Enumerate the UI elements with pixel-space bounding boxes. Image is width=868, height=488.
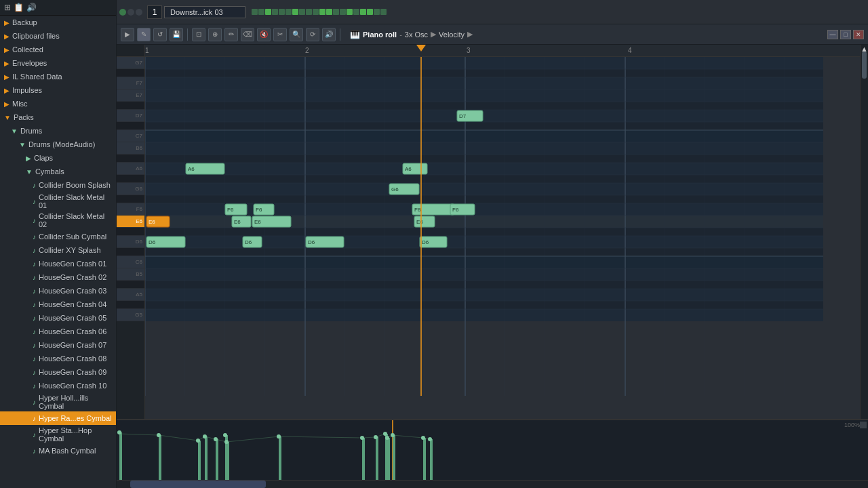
piano-key-b5[interactable]: B5	[117, 268, 144, 281]
piano-key-as5[interactable]	[117, 281, 144, 289]
horizontal-scrollbar[interactable]	[117, 480, 868, 488]
svg-point-110	[224, 440, 229, 444]
sidebar-item-misc[interactable]: ▶ Misc	[0, 97, 116, 110]
vertical-scrollbar[interactable]: ▲	[860, 45, 868, 419]
sidebar-item-hyper-ra[interactable]: ♪ Hyper Ra...es Cymbal	[0, 411, 116, 425]
piano-key-fs6[interactable]	[117, 195, 144, 203]
svg-rect-25	[145, 301, 823, 309]
sidebar-item-housegen2[interactable]: ♪ HouseGen Crash 02	[0, 270, 116, 284]
ruler-mark-3: 3	[467, 47, 471, 54]
sidebar-item-housegen5[interactable]: ♪ HouseGen Crash 05	[0, 311, 116, 325]
sidebar-item-collider-slack1[interactable]: ♪ Collider Slack Metal 01	[0, 192, 116, 211]
scrollbar-thumb[interactable]	[862, 52, 867, 79]
sidebar-item-cymbals[interactable]: ▼ Cymbals	[0, 165, 116, 178]
piano-key-cs7[interactable]	[117, 122, 144, 130]
ruler-mark-2: 2	[305, 47, 309, 54]
sample-icon: ♪	[33, 415, 36, 422]
piano-key-fs7[interactable]	[117, 69, 144, 77]
sidebar-item-claps[interactable]: ▶ Claps	[0, 151, 116, 165]
piano-key-e7[interactable]: E7	[117, 89, 144, 102]
sidebar-item-collider-sub[interactable]: ♪ Collider Sub Cymbal	[0, 230, 116, 243]
ruler-mark-1: 1	[145, 47, 149, 54]
sidebar-item-housegen10[interactable]: ♪ HouseGen Crash 10	[0, 379, 116, 392]
piano-key-ds7[interactable]	[117, 102, 144, 110]
sidebar-item-collider-slack2[interactable]: ♪ Collider Slack Metal 02	[0, 211, 116, 230]
h-scrollbar-thumb[interactable]	[130, 481, 266, 488]
piano-key-a6[interactable]: A6	[117, 163, 144, 175]
slice-tool[interactable]: ✂	[273, 28, 287, 41]
history-tool[interactable]: ↺	[153, 28, 167, 41]
piano-key-f7[interactable]: F7	[117, 77, 144, 89]
folder-icon: ▼	[4, 114, 11, 121]
channel-number[interactable]: 1	[147, 5, 162, 19]
sidebar-item-collider-xy[interactable]: ♪ Collider XY Splash	[0, 243, 116, 257]
sidebar-item-housegen7[interactable]: ♪ HouseGen Crash 07	[0, 338, 116, 352]
piano-key-g7[interactable]: G7	[117, 57, 144, 69]
sidebar-item-backup[interactable]: ▶ Backup	[0, 16, 116, 29]
eraser-tool[interactable]: ⌫	[241, 28, 254, 41]
grid-content-area[interactable]: A6 A6 D7 G6 F6 F6	[145, 57, 860, 419]
sidebar-item-hyper-holl[interactable]: ♪ Hyper Holl...ills Cymbal	[0, 392, 116, 411]
sidebar-item-housegen4[interactable]: ♪ HouseGen Crash 04	[0, 298, 116, 311]
channel-name[interactable]: Downstr...ick 03	[164, 6, 245, 18]
piano-key-d6[interactable]: D6	[117, 236, 144, 248]
piano-key-gs5[interactable]	[117, 301, 144, 309]
maximize-button[interactable]: □	[840, 30, 851, 39]
sidebar-item-label: HouseGen Crash 06	[39, 327, 106, 336]
close-button[interactable]: ✕	[853, 30, 864, 39]
svg-rect-68	[412, 204, 454, 215]
piano-key-f6[interactable]: F6	[117, 203, 144, 216]
sidebar-item-housegen6[interactable]: ♪ HouseGen Crash 06	[0, 325, 116, 338]
sidebar-item-collected[interactable]: ▶ Collected	[0, 43, 116, 56]
sidebar-item-hyper-sta[interactable]: ♪ Hyper Sta...Hop Cymbal	[0, 425, 116, 444]
piano-key-ds6[interactable]	[117, 228, 144, 236]
zoom-tool[interactable]: 🔍	[290, 28, 303, 41]
svg-point-116	[385, 436, 389, 440]
velocity-area[interactable]: 100%	[117, 419, 868, 480]
piano-key-g5[interactable]: G5	[117, 309, 144, 321]
ch-gray-btn1[interactable]	[127, 9, 134, 16]
sidebar-item-il-shared-data[interactable]: ▶ IL Shared Data	[0, 70, 116, 83]
speaker-tool[interactable]: 🔊	[322, 28, 336, 41]
piano-key-gs6[interactable]	[117, 175, 144, 183]
piano-key-cs6[interactable]	[117, 248, 144, 256]
sidebar-item-impulses[interactable]: ▶ Impulses	[0, 83, 116, 97]
piano-key-c7[interactable]: C7	[117, 130, 144, 142]
minimize-button[interactable]: —	[827, 30, 838, 39]
piano-key-b6[interactable]: B6	[117, 142, 144, 155]
pencil-tool[interactable]: ✏	[224, 28, 238, 41]
sidebar-item-drums[interactable]: ▼ Drums	[0, 124, 116, 138]
svg-rect-64	[225, 204, 247, 215]
piano-key-as6[interactable]	[117, 155, 144, 163]
magnet-tool[interactable]: ⊕	[208, 28, 222, 41]
sidebar-item-housegen1[interactable]: ♪ HouseGen Crash 01	[0, 257, 116, 270]
sidebar-item-label: Drums (ModeAudio)	[28, 140, 95, 148]
piano-key-g6[interactable]: G6	[117, 183, 144, 195]
scrollbar-top-arrow[interactable]: ▲	[861, 45, 868, 50]
sidebar-item-collider-boom[interactable]: ♪ Collider Boom Splash	[0, 178, 116, 192]
sidebar-item-envelopes[interactable]: ▶ Envelopes	[0, 56, 116, 70]
piano-key-e6[interactable]: E6	[117, 216, 144, 228]
svg-text:A6: A6	[405, 166, 412, 172]
piano-key-d7[interactable]: D7	[117, 110, 144, 122]
playhead-top	[421, 45, 426, 52]
sidebar-item-ma-bash[interactable]: ♪ MA Bash Cymbal	[0, 444, 116, 458]
ch-gray-btn2[interactable]	[136, 9, 142, 16]
piano-key-c6[interactable]: C6	[117, 256, 144, 268]
loop-tool[interactable]: ⟳	[306, 28, 319, 41]
sidebar-item-packs[interactable]: ▼ Packs	[0, 110, 116, 124]
sidebar-item-drums-modeaudio[interactable]: ▼ Drums (ModeAudio)	[0, 138, 116, 151]
velocity-resize-handle[interactable]	[860, 422, 867, 428]
mute-tool[interactable]: 🔇	[257, 28, 271, 41]
sidebar-item-housegen3[interactable]: ♪ HouseGen Crash 03	[0, 284, 116, 298]
sidebar-item-clipboard[interactable]: ▶ Clipboard files	[0, 29, 116, 43]
sample-icon: ♪	[33, 431, 36, 439]
play-button[interactable]: ▶	[121, 28, 134, 41]
sidebar-item-housegen8[interactable]: ♪ HouseGen Crash 08	[0, 352, 116, 365]
save-tool[interactable]: 💾	[170, 28, 183, 41]
sidebar-item-housegen9[interactable]: ♪ HouseGen Crash 09	[0, 365, 116, 379]
draw-tool[interactable]: ✎	[137, 28, 151, 41]
piano-key-a5[interactable]: A5	[117, 289, 144, 301]
ch-green-btn1[interactable]	[119, 9, 126, 16]
select-tool[interactable]: ⊡	[192, 28, 205, 41]
